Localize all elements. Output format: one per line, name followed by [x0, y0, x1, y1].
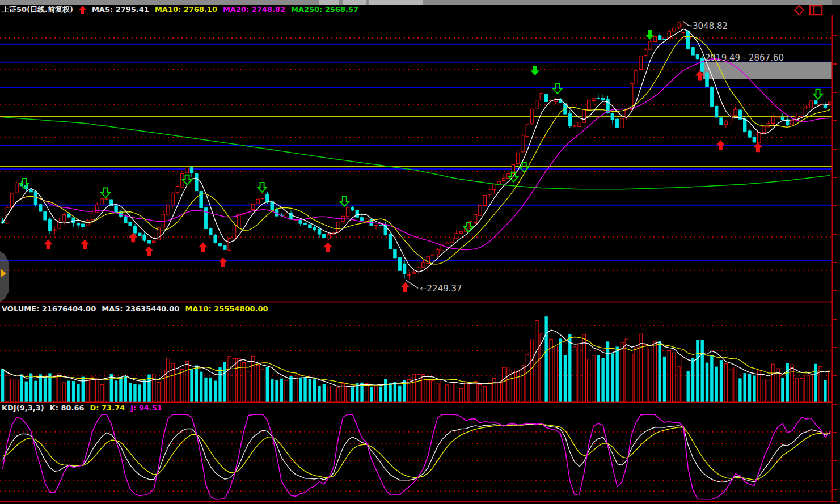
low-price-annotation: ←2249.37: [420, 283, 462, 294]
volume-ma10-value: MA10: 25554800.00: [185, 304, 268, 313]
stock-chart-app-window: 上证50(日线.前复权) MA5: 2795.41 MA10: 2768.10 …: [0, 0, 840, 504]
ma20-value: MA20: 2748.82: [223, 5, 285, 14]
ma10-value: MA10: 2768.10: [155, 5, 217, 14]
up-arrow-icon: [79, 5, 86, 14]
volume-header-row: VOLUME: 21676404.00 MA5: 23635440.00 MA1…: [2, 304, 268, 314]
kdj-j-value: J: 94.51: [130, 404, 162, 412]
symbol-title: 上证50(日线.前复权): [2, 5, 73, 15]
chart-title-row: 上证50(日线.前复权) MA5: 2795.41 MA10: 2768.10 …: [2, 5, 358, 14]
gap-range-annotation: 2919.49 - 2867.60: [705, 53, 784, 63]
kdj-header-row: KDJ(9,3,3) K: 80.66 D: 73.74 J: 94.51: [2, 403, 162, 413]
ma5-value: MA5: 2795.41: [92, 5, 149, 14]
kdj-indicator-name: KDJ(9,3,3): [2, 404, 44, 412]
chart-canvas[interactable]: [0, 0, 840, 504]
kdj-d-value: D: 73.74: [90, 404, 125, 412]
kdj-k-value: K: 80.66: [50, 404, 85, 412]
window-corner-icons: [793, 5, 827, 16]
expand-arrow-icon[interactable]: [1, 269, 6, 277]
volume-value: VOLUME: 21676404.00: [2, 304, 96, 313]
ma250-value: MA250: 2568.57: [291, 5, 358, 14]
split-window-icon[interactable]: [809, 5, 824, 16]
volume-ma5-value: MA5: 23635440.00: [102, 304, 179, 313]
peak-price-annotation: 3048.82: [693, 21, 728, 31]
diamond-icon[interactable]: [793, 5, 805, 16]
